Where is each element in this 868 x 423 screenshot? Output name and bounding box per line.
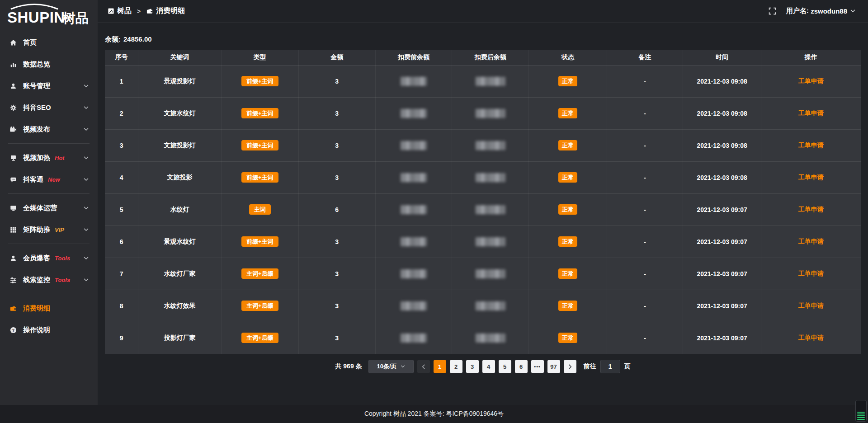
cell-action: 工单申请: [761, 129, 861, 161]
work-order-link[interactable]: 工单申请: [798, 77, 824, 85]
pager-page-1[interactable]: 1: [434, 360, 446, 373]
page-size-value: 10条/页: [377, 362, 397, 371]
svg-text:?: ?: [12, 328, 14, 332]
cell-time: 2021-12-03 09:08: [683, 65, 761, 97]
cell-keyword: 文旅水纹灯: [138, 97, 222, 129]
balance: 余额:24856.00: [105, 35, 861, 44]
pager-next-button[interactable]: [564, 360, 576, 373]
cell-action: 工单申请: [761, 290, 861, 322]
work-order-link[interactable]: 工单申请: [798, 270, 824, 277]
browser-extension-widget[interactable]: [855, 400, 867, 422]
table-row: 8水纹灯效果主词+后缀3正常-2021-12-03 09:07工单申请: [105, 290, 861, 322]
cell-keyword: 水纹灯: [138, 193, 222, 226]
work-order-link[interactable]: 工单申请: [798, 238, 824, 245]
pager-page-4[interactable]: 4: [482, 360, 495, 373]
breadcrumb-item-shupin[interactable]: 树品: [108, 6, 132, 16]
cell-status: 正常: [529, 97, 607, 129]
sidebar-item-consume-detail[interactable]: 消费明细: [0, 297, 98, 319]
sidebar-item-label: 操作说明: [23, 326, 50, 334]
sidebar-item-data-overview[interactable]: 数据总览: [0, 53, 98, 75]
pager-more-button[interactable]: •••: [531, 360, 544, 373]
sidebar-item-home[interactable]: 首页: [0, 32, 98, 53]
cell-index: 4: [105, 161, 138, 193]
jump-page-input[interactable]: [600, 360, 620, 373]
cell-type: 前缀+主词: [221, 65, 298, 97]
cell-time: 2021-12-03 09:07: [683, 226, 761, 258]
sidebar-item-clue-monitor[interactable]: 线索监控Tools: [0, 269, 98, 291]
page-size-select[interactable]: 10条/页: [368, 360, 414, 373]
cell-amount: 3: [298, 322, 376, 354]
cell-action: 工单申请: [761, 65, 861, 97]
username-label: 用户名:: [786, 7, 809, 15]
work-order-link[interactable]: 工单申请: [798, 206, 824, 213]
sidebar-item-douyin-seo[interactable]: 抖音SEO: [0, 97, 98, 118]
cell-status: 正常: [529, 322, 607, 354]
sidebar-item-matrix-boost[interactable]: 矩阵助推VIP: [0, 219, 98, 240]
cell-keyword: 景观投影灯: [138, 65, 222, 97]
status-badge: 正常: [558, 268, 577, 279]
footer: Copyright 树品 2021 备案号: 粤ICP备09019646号: [0, 405, 868, 423]
cell-type: 主词+后缀: [221, 258, 298, 290]
cell-keyword: 文旅投影: [138, 161, 222, 193]
sidebar-item-douketong[interactable]: 抖客通New: [0, 169, 98, 190]
redacted-value: [401, 269, 427, 278]
user-icon: [9, 255, 17, 262]
sidebar-item-media-operation[interactable]: 全媒体运营: [0, 197, 98, 219]
table-header-row: 序号关键词类型金额扣费前余额扣费后余额状态备注时间操作: [105, 50, 861, 65]
sidebar-item-account-manage[interactable]: 账号管理: [0, 75, 98, 97]
cell-time: 2021-12-03 09:07: [683, 193, 761, 226]
cell-amount: 3: [298, 161, 376, 193]
sidebar-item-tag: New: [48, 176, 60, 183]
work-order-link[interactable]: 工单申请: [798, 141, 824, 149]
redacted-value: [401, 77, 427, 86]
work-order-link[interactable]: 工单申请: [798, 174, 824, 181]
pager-page-6[interactable]: 6: [515, 360, 528, 373]
cell-balance-before: [376, 97, 452, 129]
table-row: 9投影灯厂家主词+后缀3正常-2021-12-03 09:07工单申请: [105, 322, 861, 354]
chevron-down-icon: [84, 178, 89, 181]
work-order-link[interactable]: 工单申请: [798, 302, 824, 309]
home-icon: [9, 39, 17, 46]
video-icon: [9, 126, 17, 133]
redacted-value: [476, 334, 505, 343]
sidebar-item-help[interactable]: ?操作说明: [0, 319, 98, 341]
fullscreen-icon[interactable]: [769, 7, 776, 15]
cell-index: 2: [105, 97, 138, 129]
pager-page-5[interactable]: 5: [499, 360, 511, 373]
sidebar-item-label: 首页: [23, 38, 37, 47]
cell-action: 工单申请: [761, 258, 861, 290]
sidebar-item-label: 消费明细: [23, 304, 50, 313]
cell-amount: 6: [298, 193, 376, 226]
pager-page-97[interactable]: 97: [547, 360, 560, 373]
cell-status: 正常: [529, 226, 607, 258]
cell-type: 主词: [221, 193, 298, 226]
gear-icon: [9, 104, 17, 111]
pager-page-2[interactable]: 2: [450, 360, 462, 373]
work-order-link[interactable]: 工单申请: [798, 334, 824, 341]
sidebar-item-video-publish[interactable]: 视频发布: [0, 118, 98, 140]
sidebar-item-video-heat[interactable]: 视频加热Hot: [0, 147, 98, 169]
redacted-value: [401, 109, 427, 118]
cell-remark: -: [607, 97, 683, 129]
sidebar-item-label: 矩阵助推: [23, 226, 50, 234]
cell-time: 2021-12-03 09:07: [683, 290, 761, 322]
redacted-value: [401, 301, 427, 310]
chevron-down-icon: [84, 106, 89, 109]
chevron-down-icon: [84, 278, 89, 282]
pager-page-3[interactable]: 3: [466, 360, 479, 373]
pager-prev-button[interactable]: [417, 360, 430, 373]
sidebar-item-label: 全媒体运营: [23, 204, 57, 212]
balance-value: 24856.00: [123, 35, 152, 43]
main-area: 树品 > 消费明细 用户名: zswodun88: [98, 0, 868, 423]
logo[interactable]: SHUPIN 树品: [0, 0, 98, 29]
table-row: 3文旅投影灯前缀+主词3正常-2021-12-03 09:08工单申请: [105, 129, 861, 161]
work-order-link[interactable]: 工单申请: [798, 109, 824, 117]
breadcrumb-item-consume[interactable]: 消费明细: [146, 6, 185, 16]
cell-index: 5: [105, 193, 138, 226]
screen-icon: [9, 155, 17, 161]
balance-label: 余额:: [105, 35, 121, 43]
sidebar-item-member-baoke[interactable]: 会员爆客Tools: [0, 247, 98, 269]
user-menu[interactable]: 用户名: zswodun88: [786, 7, 855, 15]
cell-type: 前缀+主词: [221, 226, 298, 258]
cell-type: 前缀+主词: [221, 97, 298, 129]
